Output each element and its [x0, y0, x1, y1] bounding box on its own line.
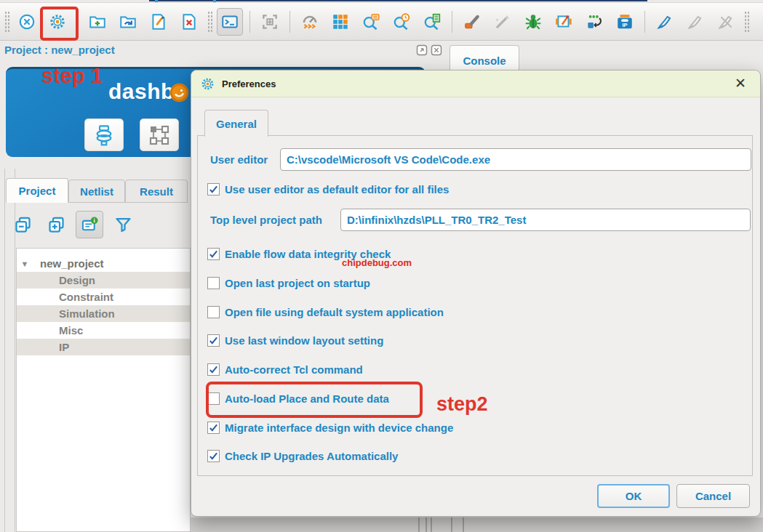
- project-tree: ▼new_projectDesignConstraintSimulationMi…: [16, 248, 191, 532]
- dialog-titlebar[interactable]: Preferences ✕: [191, 70, 760, 97]
- cancel-button[interactable]: Cancel: [676, 484, 750, 508]
- option-label: Use last window layout setting: [225, 334, 383, 347]
- checkbox-checked-icon[interactable]: [207, 422, 220, 434]
- tree-item-misc[interactable]: Misc: [17, 322, 190, 339]
- general-tab-label: General: [216, 118, 257, 130]
- checkbox-unchecked-icon[interactable]: [207, 277, 220, 289]
- step2-annotation: step2: [436, 393, 488, 416]
- pen-inactive-icon[interactable]: [682, 8, 708, 36]
- pen-disabled-icon[interactable]: [713, 8, 739, 36]
- checkbox-checked-icon[interactable]: [207, 450, 220, 462]
- option-open-file-using-default-system-application[interactable]: Open file using default system applicati…: [207, 304, 444, 320]
- tree-collapse-caret-icon[interactable]: ▼: [17, 259, 33, 268]
- bottom-panel-strip: [191, 517, 763, 532]
- show-info-button[interactable]: i: [76, 211, 103, 238]
- tree-item-label: Simulation: [59, 307, 115, 320]
- splitter-line: [426, 517, 427, 532]
- toolbar-separator: [289, 11, 290, 33]
- toolbar-grip[interactable]: [4, 10, 9, 33]
- console-terminal-icon[interactable]: [217, 8, 243, 36]
- filter-funnel-button[interactable]: [109, 211, 137, 238]
- search-netlist-icon[interactable]: [419, 8, 445, 36]
- project-path-input[interactable]: [340, 209, 751, 231]
- tree-item-label: new_project: [33, 257, 104, 270]
- tab-netlist[interactable]: Netlist: [68, 180, 125, 203]
- dashboard-title: dashb: [108, 79, 175, 104]
- splitter-line: [463, 517, 464, 532]
- checkbox-checked-icon[interactable]: [207, 334, 220, 347]
- checkbox-unchecked-icon[interactable]: [207, 306, 220, 318]
- option-use-user-editor-as-default-editor-for-all-files[interactable]: Use user editor as default editor for al…: [207, 181, 449, 197]
- tab-label: Result: [140, 185, 173, 198]
- tab-general[interactable]: General: [204, 110, 268, 137]
- toolbar-grip[interactable]: [743, 10, 749, 33]
- left-panel-toolbar: i: [6, 209, 140, 240]
- option-label: Use user editor as default editor for al…: [225, 183, 449, 196]
- magic-wand-icon[interactable]: [490, 8, 516, 36]
- tab-result[interactable]: Result: [125, 180, 188, 203]
- option-use-last-window-layout-setting[interactable]: Use last window layout setting: [207, 332, 383, 348]
- menubar-sliver: [149, 0, 647, 1]
- search-message-icon[interactable]: [358, 8, 384, 36]
- probe-wire-icon[interactable]: [581, 8, 607, 36]
- highlight-brush-icon[interactable]: [459, 8, 485, 36]
- dashboard-netlist-button[interactable]: [140, 118, 179, 151]
- tree-item-label: Design: [59, 274, 95, 286]
- step1-annotation: step 1: [41, 64, 103, 88]
- option-auto-correct-tcl-command[interactable]: Auto-correct Tcl command: [207, 361, 363, 377]
- tree-root-item[interactable]: ▼new_project: [17, 255, 190, 272]
- fit-view-icon[interactable]: [257, 8, 283, 36]
- tree-item-design[interactable]: Design: [17, 272, 190, 289]
- ip-catalog-icon[interactable]: IP: [612, 8, 638, 36]
- dialog-close-icon[interactable]: ✕: [731, 74, 750, 93]
- toolbar-separator: [644, 11, 645, 33]
- tree-item-label: Constraint: [59, 291, 113, 303]
- left-panel-tabs: ProjectNetlistResult: [6, 178, 195, 203]
- new-project-folder-icon[interactable]: [84, 8, 111, 36]
- toolbar-separator: [452, 11, 452, 33]
- open-project-folder-icon[interactable]: [115, 8, 141, 36]
- checkbox-checked-icon[interactable]: [207, 183, 220, 196]
- option-migrate-interface-design-with-device-change[interactable]: Migrate interface design with device cha…: [207, 419, 453, 435]
- tree-item-label: Misc: [59, 324, 83, 336]
- tree-item-constraint[interactable]: Constraint: [17, 289, 190, 305]
- watermark-text: chipdebug.com: [342, 257, 412, 268]
- main-toolbar: IP: [0, 2, 763, 41]
- step1-highlight-box: [40, 7, 79, 41]
- user-editor-input[interactable]: [280, 148, 751, 171]
- close-project-icon[interactable]: [14, 8, 40, 36]
- pen-active-icon[interactable]: [652, 8, 678, 36]
- ok-button[interactable]: OK: [597, 484, 670, 508]
- checkbox-checked-icon[interactable]: [207, 363, 220, 376]
- user-editor-label: User editor: [210, 152, 268, 168]
- splitter-line[interactable]: [15, 169, 15, 532]
- svg-text:IP: IP: [622, 22, 627, 28]
- expand-all-button[interactable]: [42, 211, 70, 238]
- option-open-last-project-on-startup[interactable]: Open last project on startup: [207, 275, 370, 291]
- panel-restore-button[interactable]: [416, 44, 428, 56]
- option-check-ip-upgrades-automatically[interactable]: Check IP Upgrades Automatically: [207, 448, 398, 464]
- dialog-title: Preferences: [222, 78, 276, 89]
- tab-project[interactable]: Project: [6, 178, 68, 203]
- tree-item-simulation[interactable]: Simulation: [17, 305, 190, 322]
- dashboard-synthesis-button[interactable]: [84, 118, 124, 151]
- debug-bug-icon[interactable]: [520, 8, 546, 36]
- toolbar-grip[interactable]: [207, 10, 212, 33]
- panel-close-button[interactable]: [431, 44, 442, 56]
- run-flow-gauge-icon[interactable]: [297, 8, 323, 36]
- checkbox-checked-icon[interactable]: [207, 248, 220, 260]
- project-path-label: Top level project path: [210, 212, 322, 228]
- edit-file-icon[interactable]: [145, 8, 172, 36]
- option-label: Check IP Upgrades Automatically: [225, 450, 398, 462]
- splitter-line: [451, 517, 452, 532]
- tree-item-ip[interactable]: IP: [17, 339, 190, 355]
- resource-grid-icon[interactable]: [327, 8, 353, 36]
- preferences-dialog: Preferences ✕ General User editor Top le…: [191, 70, 761, 517]
- close-file-icon[interactable]: [176, 8, 202, 36]
- edit-constraint-icon[interactable]: [551, 8, 577, 36]
- splitter-line[interactable]: [4, 169, 5, 532]
- search-history-icon[interactable]: [388, 8, 415, 36]
- preferences-gear-icon: [200, 76, 215, 92]
- tab-label: Project: [19, 185, 56, 197]
- collapse-all-button[interactable]: [9, 211, 36, 238]
